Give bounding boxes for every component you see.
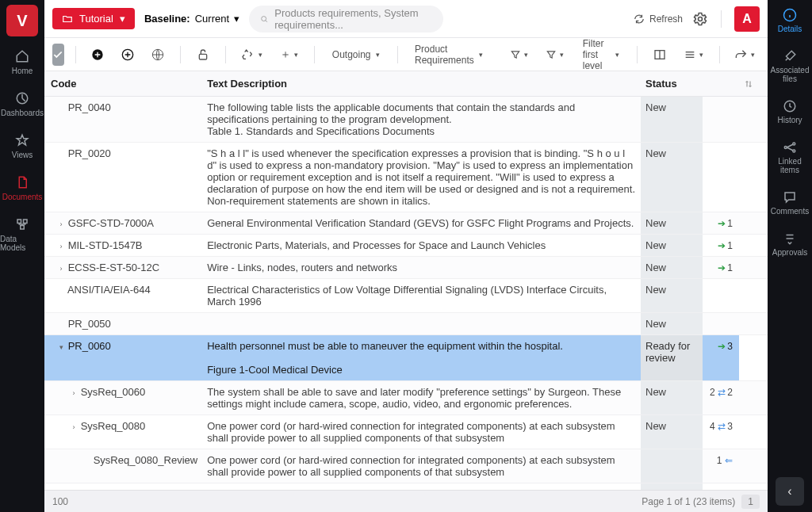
table-row[interactable]: ▾ PR_0060Health personnel must be able t… xyxy=(44,335,768,381)
nav-home[interactable]: Home xyxy=(0,41,44,83)
baseline-selector[interactable]: Baseline: Current ▾ xyxy=(144,13,239,25)
table-row[interactable]: PR_0050New xyxy=(44,313,768,335)
row-description: Electronic Parts, Materials, and Process… xyxy=(202,235,641,257)
page-info-label: Page 1 of 1 (23 items) xyxy=(642,496,735,507)
table-row[interactable]: › SysReq_0060The system shall be able to… xyxy=(44,381,768,415)
panel-tab-linked-items[interactable]: Linked items xyxy=(768,132,812,182)
expand-caret[interactable]: › xyxy=(70,423,78,431)
row-links[interactable]: 1 ⇄ 3 xyxy=(703,483,739,491)
nav-views[interactable]: Views xyxy=(0,125,44,167)
nav-documents[interactable]: Documents xyxy=(0,167,44,209)
nav-dashboards[interactable]: Dashboards xyxy=(0,83,44,125)
approvals-icon xyxy=(783,231,797,246)
row-links[interactable]: 1 ⇐ xyxy=(703,449,739,483)
linked-items-icon xyxy=(783,140,797,155)
grid-footer: 100 Page 1 of 1 (23 items) 1 xyxy=(44,490,768,512)
unlock-button[interactable] xyxy=(192,45,214,64)
panel-tab-associated-files[interactable]: Associated files xyxy=(768,41,812,91)
row-check-toggle[interactable] xyxy=(52,44,64,66)
table-row[interactable]: › GSFC-STD-7000AGeneral Environmental Ve… xyxy=(44,212,768,235)
table-row[interactable]: › MIL-STD-1547BElectronic Parts, Materia… xyxy=(44,235,768,257)
settings-button[interactable] xyxy=(692,11,708,27)
row-code: ECSS-E-ST-50-12C xyxy=(68,262,160,273)
column-header-links[interactable] xyxy=(703,71,739,97)
table-row[interactable]: ANSI/TIA/EIA-644Electrical Characteristi… xyxy=(44,279,768,313)
row-description: One power cord (or hard-wired connection… xyxy=(202,415,641,449)
new-dropdown[interactable]: ＋▾ xyxy=(275,44,303,65)
panel-tab-comments[interactable]: Comments xyxy=(768,182,812,224)
panel-tab-approvals[interactable]: Approvals xyxy=(768,224,812,265)
columns-button[interactable] xyxy=(649,45,671,64)
panel-tab-label: Linked items xyxy=(768,157,812,174)
expand-caret[interactable]: › xyxy=(57,243,65,250)
row-code: GSFC-STD-7000A xyxy=(68,217,154,229)
filter-button[interactable]: ▾ xyxy=(505,46,533,63)
search-placeholder: Products requirements, System requiremen… xyxy=(274,7,431,31)
svg-point-20 xyxy=(784,147,787,149)
columns-icon xyxy=(653,48,666,61)
row-links[interactable]: ➔ 1 xyxy=(703,212,739,235)
column-header-status[interactable]: Status xyxy=(641,71,703,97)
expand-caret[interactable]: › xyxy=(57,220,65,228)
globe-icon xyxy=(151,48,164,61)
column-header-sort[interactable] xyxy=(739,71,768,97)
row-links[interactable]: ➔ 3 xyxy=(703,335,739,381)
requirement-type-dropdown[interactable]: Product Requirements ▾ xyxy=(408,40,489,69)
table-row[interactable]: SysReq_0080_ReviewOne power cord (or har… xyxy=(44,449,768,483)
data-models-icon xyxy=(15,217,29,231)
nav-data-models[interactable]: Data Models xyxy=(0,209,44,260)
expand-caret[interactable]: › xyxy=(57,265,65,273)
nav-label: Views xyxy=(12,151,33,159)
add-outline-button[interactable] xyxy=(117,45,139,64)
search-icon xyxy=(260,13,268,25)
sort-icon xyxy=(744,79,753,89)
globe-button[interactable] xyxy=(147,45,169,64)
row-links[interactable]: 4 ⇄ 3 xyxy=(703,415,739,449)
column-header-code[interactable]: Code xyxy=(44,71,202,97)
link-direction-dropdown[interactable]: Outgoing ▾ xyxy=(326,46,386,63)
tutorial-button[interactable]: Tutorial ▾ xyxy=(52,8,135,29)
row-links[interactable]: ➔ 1 xyxy=(703,257,739,279)
collapse-right-rail-button[interactable]: ‹ xyxy=(776,477,804,506)
row-description xyxy=(202,313,641,335)
row-code: PR_0020 xyxy=(68,147,111,159)
row-description: Electrical Characteristics of Low Voltag… xyxy=(202,279,641,313)
expand-caret[interactable]: ▾ xyxy=(57,343,65,351)
page-current[interactable]: 1 xyxy=(741,495,760,509)
row-code: ANSI/TIA/EIA-644 xyxy=(67,284,151,296)
add-filled-button[interactable] xyxy=(86,45,109,64)
table-row[interactable]: › ECSS-E-ST-50-12CWire - Links, nodes, r… xyxy=(44,257,768,279)
column-header-text[interactable]: Text Description xyxy=(202,71,641,97)
list-view-button[interactable]: ▾ xyxy=(679,45,708,64)
row-links[interactable] xyxy=(703,313,739,335)
brand-logo[interactable]: V xyxy=(6,5,38,36)
refresh-button[interactable]: Refresh xyxy=(634,13,683,25)
panel-tab-details[interactable]: Details xyxy=(768,0,812,41)
chevron-down-icon: ▾ xyxy=(615,51,619,59)
filter-clear-button[interactable]: ▾ xyxy=(541,46,569,63)
table-row[interactable]: › MechReq_0200The following shall be ava… xyxy=(44,483,768,491)
row-links[interactable] xyxy=(703,143,739,212)
dashboards-icon xyxy=(15,91,29,105)
recycle-button[interactable]: ▾ xyxy=(236,45,267,64)
panel-tab-history[interactable]: History xyxy=(768,91,812,132)
unlock-icon xyxy=(197,48,209,61)
export-button[interactable]: ▾ xyxy=(730,45,760,64)
row-links[interactable] xyxy=(703,279,739,313)
svg-point-4 xyxy=(262,16,266,21)
search-input[interactable]: Products requirements, System requiremen… xyxy=(249,6,442,32)
user-avatar[interactable]: A xyxy=(734,6,760,32)
chevron-down-icon: ▾ xyxy=(294,51,298,59)
row-links[interactable]: 2 ⇄ 2 xyxy=(703,381,739,415)
row-code: SysReq_0060 xyxy=(81,386,146,398)
row-links[interactable] xyxy=(703,97,739,143)
requirements-grid[interactable]: Code Text Description Status PR_0040The … xyxy=(44,71,768,490)
row-links[interactable]: ➔ 1 xyxy=(703,235,739,257)
filter-level-dropdown[interactable]: Filter first level ▾ xyxy=(576,35,626,75)
table-row[interactable]: › SysReq_0080One power cord (or hard-wir… xyxy=(44,415,768,449)
table-row[interactable]: PR_0040The following table lists the app… xyxy=(44,97,768,143)
chevron-down-icon: ▾ xyxy=(479,51,483,59)
svg-rect-1 xyxy=(17,220,21,224)
expand-caret[interactable]: › xyxy=(70,389,78,397)
table-row[interactable]: PR_0020"S h a l l" is used whenever the … xyxy=(44,143,768,212)
